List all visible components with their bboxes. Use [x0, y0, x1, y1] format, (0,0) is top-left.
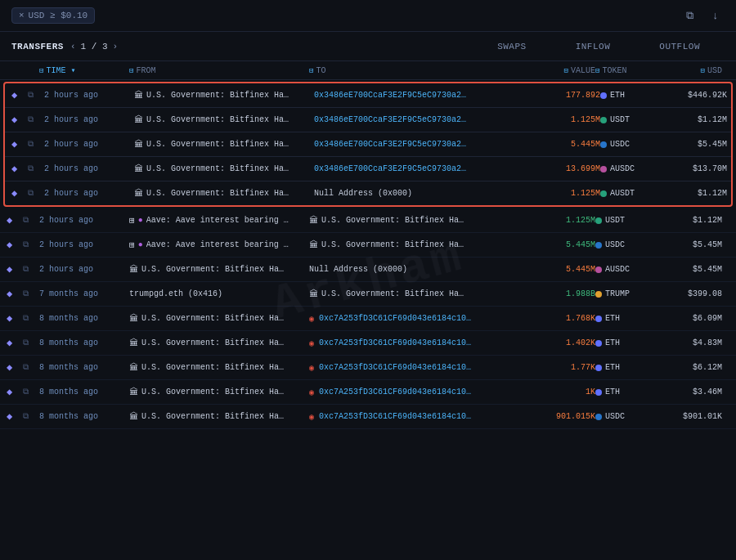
token-dot [595, 340, 602, 347]
table-row[interactable]: ◆⧉8 months ago🏛U.S. Government: Bitfinex… [0, 356, 736, 380]
col-from[interactable]: ⊟ FROM [129, 66, 309, 75]
col-time[interactable]: ⊟ TIME ▾ [39, 65, 129, 75]
filter-remove-btn[interactable]: × [19, 11, 25, 20]
table-row[interactable]: ◆⧉7 months agotrumpgd.eth (0x416)🏛U.S. G… [0, 282, 736, 307]
inflow-tab[interactable]: INFLOW [551, 42, 635, 52]
from-text: U.S. Government: Bitfinex Hacker… [141, 388, 289, 396]
cell-to: Null Address (0x000) [309, 265, 522, 274]
cell-time: 2 hours ago [44, 115, 134, 124]
cell-time: 8 months ago [39, 388, 129, 396]
table-row[interactable]: ◆⧉2 hours ago🏛U.S. Government: Bitfinex … [0, 258, 736, 282]
eth-symbol: ◆ [7, 410, 23, 423]
to-text: U.S. Government: Bitfinex Hacker… [321, 216, 469, 225]
outflow-tab[interactable]: OUTFLOW [635, 42, 725, 52]
table-row[interactable]: ◆⧉2 hours ago⊞●Aave: Aave interest beari… [0, 208, 736, 233]
col-token[interactable]: ⊟ TOKEN [595, 66, 657, 75]
table-row[interactable]: ◆⧉8 months ago🏛U.S. Government: Bitfinex… [0, 307, 736, 331]
col-to-label: TO [316, 66, 325, 75]
cell-usd: $5.45M [657, 240, 722, 249]
cell-time: 8 months ago [39, 338, 129, 347]
cell-usd: $1.12M [662, 115, 727, 124]
cell-usd: $5.45M [657, 265, 722, 274]
to-text: 0xc7A253fD3C61CF69d043e6184c107… [319, 412, 474, 421]
cell-to: 🏛U.S. Government: Bitfinex Hacker… [309, 215, 522, 226]
table-row[interactable]: ◆⧉2 hours ago🏛U.S. Government: Bitfinex … [5, 83, 731, 108]
token-dot [600, 141, 607, 148]
link-icon: ⧉ [28, 189, 44, 198]
cell-token: USDT [595, 216, 657, 225]
cell-token: AUSDC [600, 164, 662, 173]
table-row[interactable]: ◆⧉8 months ago🏛U.S. Government: Bitfinex… [0, 380, 736, 405]
cell-value: 1.768K [522, 314, 595, 323]
link-icon: ⧉ [28, 91, 44, 100]
table-row[interactable]: ◆⧉2 hours ago⊞●Aave: Aave interest beari… [0, 233, 736, 258]
cell-token: ETH [595, 314, 657, 323]
from-icon: 🏛 [129, 362, 138, 373]
download-icon[interactable]: ↓ [707, 7, 725, 25]
token-label: AUSDT [610, 189, 635, 198]
transfers-tab-label[interactable]: TRANSFERS [11, 42, 64, 52]
to-question-icon: ◉ [309, 363, 314, 373]
cell-value: 1.125M [527, 189, 600, 198]
to-question-icon: ◉ [309, 388, 314, 397]
prev-page-btn[interactable]: ‹ [69, 42, 78, 52]
token-label: USDT [605, 216, 625, 225]
col-usd[interactable]: ⊟ USD [657, 66, 722, 75]
table-row[interactable]: ◆⧉2 hours ago🏛U.S. Government: Bitfinex … [5, 132, 731, 157]
token-label: USDC [605, 240, 625, 249]
cell-time: 2 hours ago [39, 265, 129, 274]
cell-value: 1.125M [522, 216, 595, 225]
cell-token: AUSDT [600, 189, 662, 198]
token-dot [595, 365, 602, 371]
cell-usd: $3.46M [657, 388, 722, 396]
table-row[interactable]: ◆⧉2 hours ago🏛U.S. Government: Bitfinex … [5, 181, 731, 205]
from-text: U.S. Government: Bitfinex Hacker… [141, 338, 289, 347]
cell-from: 🏛U.S. Government: Bitfinex Hacker… [129, 387, 309, 397]
from-icon: ⊞ [129, 215, 135, 226]
token-label: AUSDC [605, 265, 630, 274]
cell-value: 1.402K [522, 338, 595, 347]
cell-to: ◉0xc7A253fD3C61CF69d043e6184c107… [309, 363, 522, 373]
cell-token: AUSDC [595, 265, 657, 274]
cell-value: 177.892 [527, 91, 600, 100]
cell-to: Null Address (0x000) [314, 189, 527, 198]
to-question-icon: ◉ [309, 338, 314, 348]
cell-time: 2 hours ago [44, 189, 134, 198]
token-label: USDC [605, 412, 625, 421]
eth-symbol: ◆ [11, 114, 28, 126]
value-filter-icon: ⊟ [564, 66, 568, 75]
cell-usd: $399.08 [657, 289, 722, 298]
col-to[interactable]: ⊟ TO [309, 66, 522, 75]
from-icon: 🏛 [129, 313, 138, 324]
link-icon: ⧉ [28, 164, 44, 173]
token-dot [595, 389, 602, 396]
filter-badge[interactable]: × USD ≥ $0.10 [11, 7, 95, 24]
top-icons: ⧉ ↓ [680, 7, 725, 25]
swaps-tab[interactable]: SWAPS [473, 42, 551, 52]
to-icon: 🏛 [309, 215, 318, 226]
highlighted-group: ◆⧉2 hours ago🏛U.S. Government: Bitfinex … [3, 82, 733, 207]
cell-usd: $13.70M [662, 164, 727, 173]
col-value[interactable]: ⊟ VALUE [522, 66, 595, 75]
cell-from: 🏛U.S. Government: Bitfinex Hacker… [129, 264, 309, 275]
cell-value: 1.988B [522, 289, 595, 298]
table-row[interactable]: ◆⧉2 hours ago🏛U.S. Government: Bitfinex … [5, 157, 731, 181]
cell-from: ⊞●Aave: Aave interest bearing US… [129, 215, 309, 226]
table-row[interactable]: ◆⧉2 hours ago🏛U.S. Government: Bitfinex … [5, 108, 731, 132]
to-text: U.S. Government: Bitfinex Hacker… [321, 240, 469, 249]
to-question-icon: ◉ [309, 412, 314, 422]
aave-icon: ● [138, 216, 143, 225]
cell-from: trumpgd.eth (0x416) [129, 289, 309, 298]
link-icon: ⧉ [23, 363, 39, 372]
cell-to: 0x3486eE700CcaF3E2F9C5eC9730a2e916… [314, 115, 527, 124]
copy-icon[interactable]: ⧉ [680, 7, 698, 25]
token-dot [600, 92, 607, 99]
cell-token: USDC [595, 240, 657, 249]
next-page-btn[interactable]: › [111, 42, 120, 52]
cell-usd: $446.92K [662, 91, 727, 100]
cell-token: USDC [600, 140, 662, 149]
table-row[interactable]: ◆⧉8 months ago🏛U.S. Government: Bitfinex… [0, 405, 736, 429]
token-dot [600, 190, 607, 197]
table-row[interactable]: ◆⧉8 months ago🏛U.S. Government: Bitfinex… [0, 331, 736, 356]
to-text: Null Address (0x000) [309, 265, 407, 274]
